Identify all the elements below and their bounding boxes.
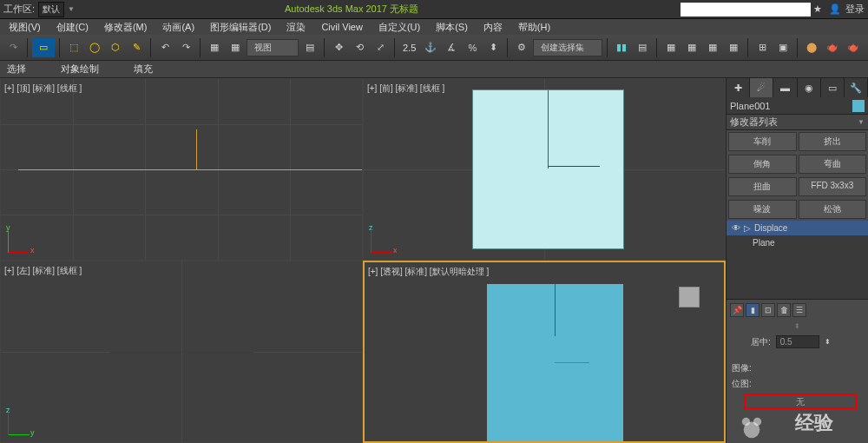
select-lasso-icon[interactable]: ✎ <box>127 38 146 57</box>
sub-select[interactable]: 选择 <box>7 63 26 76</box>
material-icon[interactable]: ▦ <box>724 38 743 57</box>
sub-objpaint[interactable]: 对象绘制 <box>61 63 99 76</box>
editor-icon[interactable]: ⚙ <box>512 38 531 57</box>
vp-front-label[interactable]: [+] [前] [标准] [线框 ] <box>367 83 444 95</box>
remove-icon[interactable]: 🗑 <box>777 303 791 317</box>
menu-civil[interactable]: Civil View <box>321 22 362 32</box>
mod-bevel[interactable]: 倒角 <box>728 155 797 174</box>
align-icon[interactable]: ▤ <box>633 38 652 57</box>
menu-modifiers[interactable]: 修改器(M) <box>104 21 148 34</box>
viewport-front[interactable]: [+] [前] [标准] [线框 ] x z <box>363 78 726 261</box>
stack-displace[interactable]: 👁 ▷ Displace <box>727 221 868 235</box>
chevron-down-icon: ▼ <box>68 5 75 13</box>
mod-extrude[interactable]: 挤出 <box>799 132 867 151</box>
plane-object[interactable] <box>472 89 624 248</box>
select-link-icon[interactable]: ▭ <box>32 38 55 57</box>
mod-bend[interactable]: 弯曲 <box>799 155 867 174</box>
concentrate-spinner[interactable]: 0.5 <box>776 335 819 348</box>
param-image-group: 图像: 位图: <box>727 359 868 393</box>
select-byname-icon[interactable]: ▤ <box>300 38 319 57</box>
mirror-icon[interactable]: ▮▮ <box>612 38 631 57</box>
teapot-icon[interactable]: 🫖 <box>823 38 842 57</box>
render-setup-icon[interactable]: ⊞ <box>753 38 772 57</box>
scale-icon[interactable]: ⤢ <box>371 38 390 57</box>
menu-rendering[interactable]: 渲染 <box>286 21 306 34</box>
snap-view-dropdown[interactable]: 视图 <box>247 39 299 56</box>
render-frame-icon[interactable]: ▣ <box>773 38 792 57</box>
viewport-left[interactable]: [+] [左] [标准] [线框 ] y z <box>0 261 363 443</box>
mod-relax[interactable]: 松弛 <box>799 200 867 219</box>
quick-render-icon[interactable]: ⬤ <box>802 38 821 57</box>
tab-motion[interactable]: ◉ <box>798 78 821 97</box>
pin-icon[interactable]: 📌 <box>730 303 744 317</box>
login-text[interactable]: 登录 <box>845 3 865 16</box>
tab-display[interactable]: ▭ <box>821 78 845 97</box>
rotate-icon[interactable]: ⟲ <box>350 38 369 57</box>
menu-create[interactable]: 创建(C) <box>56 21 89 34</box>
workspace-select[interactable]: 默认 <box>38 2 64 17</box>
viewports: [+] [顶] [标准] [线框 ] x y [+] [前] [标准] [线框 … <box>0 78 726 443</box>
select-fence-icon[interactable]: ⬡ <box>106 38 125 57</box>
menu-script[interactable]: 脚本(S) <box>436 21 468 34</box>
move-icon[interactable]: ✥ <box>329 38 348 57</box>
viewcube[interactable] <box>672 280 707 314</box>
schematic-icon[interactable]: ▦ <box>703 38 722 57</box>
menu-content[interactable]: 内容 <box>483 21 503 34</box>
viewcube-face[interactable] <box>679 287 700 307</box>
undo-arrow-icon[interactable]: ↶ <box>155 38 174 57</box>
curve-editor-icon[interactable]: ▦ <box>682 38 701 57</box>
select-rect-icon[interactable]: ⬚ <box>64 38 83 57</box>
snap-toggle-icon[interactable]: ⚓ <box>421 38 440 57</box>
viewport-top[interactable]: [+] [顶] [标准] [线框 ] x y <box>0 78 363 261</box>
user-icon[interactable]: 👤 <box>828 3 842 17</box>
snap-25[interactable]: 2.5 <box>399 43 419 53</box>
mod-wave[interactable]: 噪波 <box>728 200 797 219</box>
mod-ffd[interactable]: FFD 3x3x3 <box>799 177 867 196</box>
axis-gizmo: x y <box>8 227 34 253</box>
spinner-snap-icon[interactable]: ⬍ <box>483 38 503 57</box>
modifier-list-dropdown[interactable]: 修改器列表 ▼ <box>727 115 868 130</box>
bitmap-none-button[interactable]: 无 <box>744 393 857 409</box>
menu-animation[interactable]: 动画(A) <box>162 21 194 34</box>
mod-chamfer[interactable]: 车削 <box>728 132 797 151</box>
modifier-stack[interactable]: 👁 ▷ Displace Plane <box>727 221 868 299</box>
viewport-perspective[interactable]: [+] [透视] [标准] [默认明暗处理 ] <box>363 261 726 443</box>
sub-fill[interactable]: 填充 <box>134 63 153 76</box>
tab-utilities[interactable]: 🔧 <box>845 78 868 97</box>
workspace-switcher[interactable]: 工作区: 默认 ▼ <box>3 2 75 17</box>
mod-twist[interactable]: 扭曲 <box>728 177 797 196</box>
named-selset-dropdown[interactable]: 创建选择集 <box>533 39 602 56</box>
menu-graph[interactable]: 图形编辑器(D) <box>210 21 271 34</box>
select-all-icon[interactable]: ▦ <box>226 38 245 57</box>
tab-create[interactable]: ✚ <box>727 78 750 97</box>
stack-plane[interactable]: Plane <box>727 235 868 250</box>
redo-icon[interactable]: ↷ <box>3 38 23 57</box>
vp-persp-label[interactable]: [+] [透视] [标准] [默认明暗处理 ] <box>368 266 489 278</box>
expand-icon[interactable]: ▷ <box>744 223 751 233</box>
vp-top-label[interactable]: [+] [顶] [标准] [线框 ] <box>4 83 82 95</box>
plane-object-persp[interactable] <box>487 284 623 441</box>
redo-arrow-icon[interactable]: ↷ <box>176 38 195 57</box>
vp-left-label[interactable]: [+] [左] [标准] [线框 ] <box>4 265 82 277</box>
object-color-swatch[interactable] <box>852 100 865 112</box>
menu-customize[interactable]: 自定义(U) <box>378 21 420 34</box>
select-filter-icon[interactable]: ▦ <box>205 38 224 57</box>
angle-snap-icon[interactable]: ∡ <box>442 38 461 57</box>
tab-hierarchy[interactable]: ▬ <box>773 78 797 97</box>
search-input[interactable] <box>681 3 811 17</box>
menu-help[interactable]: 帮助(H) <box>518 21 550 34</box>
eye-icon[interactable]: 👁 <box>732 223 740 233</box>
layer-icon[interactable]: ▦ <box>661 38 681 57</box>
param-bitmap-label: 位图: <box>732 378 863 390</box>
render-icon[interactable]: 🫖 <box>844 38 863 57</box>
tab-modify[interactable]: ☄ <box>750 78 773 97</box>
unique-icon[interactable]: ⊡ <box>761 303 775 317</box>
spinner-icon[interactable]: ⬍ <box>825 338 831 346</box>
percent-snap-icon[interactable]: % <box>463 38 482 57</box>
object-name-field[interactable]: Plane001 <box>727 97 868 115</box>
config-icon[interactable]: ☰ <box>792 303 806 317</box>
menu-view[interactable]: 视图(V) <box>9 21 41 34</box>
show-end-icon[interactable]: ▮ <box>746 303 760 317</box>
star-icon[interactable]: ★ <box>811 3 825 17</box>
select-circle-icon[interactable]: ◯ <box>85 38 104 57</box>
